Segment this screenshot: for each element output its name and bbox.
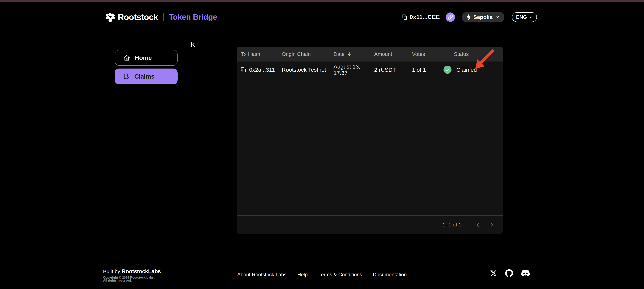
footer-link-terms[interactable]: Terms & Conditions: [318, 272, 362, 278]
token-bridge-page: Rootstock Token Bridge 0x11...CEE Sepoli…: [0, 0, 644, 289]
votes-cell: 1 of 1: [412, 67, 444, 73]
brand-divider: [163, 13, 164, 21]
chevron-left-icon: [475, 222, 481, 228]
copy-icon: [402, 14, 407, 20]
top-banner-strip: [0, 0, 644, 2]
chevron-right-icon: [489, 222, 495, 228]
footer-link-help[interactable]: Help: [297, 272, 308, 278]
footer-links: About Rootstock Labs Help Terms & Condit…: [0, 272, 644, 278]
table-pagination: 1–1 of 1: [237, 215, 503, 234]
sidebar-item-label: Claims: [134, 73, 154, 80]
footer-social: [490, 269, 530, 277]
network-label: Sepolia: [473, 14, 492, 20]
column-header-date[interactable]: Date: [334, 51, 374, 57]
column-header-date-label: Date: [334, 51, 344, 57]
ethereum-icon: [466, 14, 471, 20]
chevron-down-icon: [529, 15, 533, 19]
column-header-status: Status: [444, 51, 503, 57]
date-cell: August 13, 17:37: [334, 63, 374, 76]
app-title: Token Bridge: [169, 13, 217, 21]
brand-header: Rootstock Token Bridge: [106, 11, 217, 23]
claims-document-icon: [123, 73, 130, 80]
wallet-address: 0x11...CEE: [410, 14, 440, 20]
claims-table-card: Tx Hash Origin Chain Date Amount Votes S…: [237, 47, 503, 234]
link-icon: [448, 15, 453, 20]
github-icon: [505, 269, 513, 277]
tx-hash-cell: 0x2a...311: [241, 67, 282, 73]
copy-icon: [241, 67, 246, 73]
brand-name: Rootstock: [118, 12, 158, 22]
status-cell: Claimed: [444, 66, 503, 74]
sidebar-item-claims[interactable]: Claims: [114, 68, 178, 84]
status-success-badge: [444, 66, 452, 74]
sidebar-divider: [203, 35, 203, 235]
column-header-origin-chain: Origin Chain: [282, 51, 334, 57]
chevron-down-icon: [495, 15, 500, 19]
pagination-next-button[interactable]: [488, 220, 496, 229]
copyright-line-2: All rights reserved.: [103, 279, 161, 282]
sort-descending-arrow-icon: [347, 52, 352, 57]
language-selector[interactable]: ENG: [512, 12, 537, 22]
check-icon: [445, 67, 450, 72]
discord-link[interactable]: [521, 270, 530, 277]
home-icon: [123, 54, 130, 61]
table-header-row: Tx Hash Origin Chain Date Amount Votes S…: [237, 47, 503, 61]
sidebar-item-home[interactable]: Home: [114, 50, 178, 66]
column-header-tx-hash: Tx Hash: [241, 51, 282, 57]
pagination-previous-button[interactable]: [473, 220, 482, 229]
tx-hash-value: 0x2a...311: [249, 67, 275, 73]
language-label: ENG: [516, 14, 527, 20]
network-selector[interactable]: Sepolia: [462, 12, 504, 22]
amount-cell: 2 rUSDT: [374, 67, 412, 73]
header-controls: 0x11...CEE Sepolia ENG: [402, 11, 537, 23]
sidebar-collapse-button[interactable]: [189, 41, 197, 49]
status-label: Claimed: [456, 67, 477, 73]
copy-address-button[interactable]: 0x11...CEE: [402, 14, 440, 20]
column-header-amount: Amount: [374, 51, 412, 57]
sidebar-nav: Home Claims: [114, 50, 178, 84]
x-twitter-link[interactable]: [490, 270, 497, 277]
footer-link-about[interactable]: About Rootstock Labs: [237, 272, 286, 278]
origin-chain-cell: Rootstock Testnet: [282, 67, 334, 73]
copy-tx-hash-button[interactable]: [241, 67, 246, 73]
x-twitter-icon: [490, 270, 497, 277]
pagination-range-label: 1–1 of 1: [442, 222, 462, 228]
github-link[interactable]: [505, 269, 513, 277]
column-header-votes: Votes: [412, 51, 444, 57]
claim-table-row[interactable]: 0x2a...311 Rootstock Testnet August 13, …: [237, 61, 503, 78]
footer-link-documentation[interactable]: Documentation: [373, 272, 407, 278]
collapse-sidebar-icon: [190, 41, 196, 48]
sidebar-item-label: Home: [135, 54, 152, 61]
disconnect-wallet-button[interactable]: [446, 12, 455, 22]
rootstock-logo-icon: [106, 12, 115, 22]
discord-icon: [521, 270, 530, 277]
